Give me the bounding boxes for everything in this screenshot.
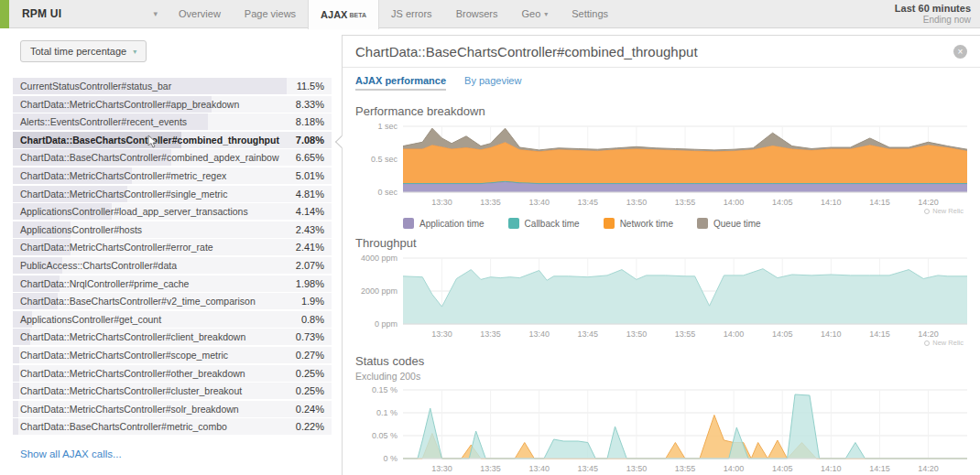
list-item-value: 6.65% [296, 152, 332, 163]
nav-tab-overview[interactable]: Overview [167, 0, 233, 27]
svg-text:13:40: 13:40 [528, 329, 550, 339]
chevron-down-icon: ▾ [133, 48, 136, 56]
list-item[interactable]: PublicAccess::ChartsController#data2.07% [13, 257, 332, 274]
close-icon[interactable]: × [953, 45, 967, 59]
ajax-call-list: CurrentStatusController#status_bar11.5%C… [13, 78, 332, 435]
new-relic-logo-icon [924, 209, 930, 214]
watermark-text: New Relic [932, 207, 964, 215]
nav-tab-ajax[interactable]: AJAXBETA [308, 0, 379, 29]
nav-tab-geo[interactable]: Geo▾ [509, 0, 560, 27]
legend-label: Network time [620, 219, 673, 229]
list-item[interactable]: ChartData::MetricChartsController#single… [13, 186, 332, 202]
svg-text:13:45: 13:45 [578, 198, 599, 207]
svg-text:13:45: 13:45 [578, 329, 599, 339]
list-item-value: 0.27% [296, 350, 332, 361]
svg-text:14:10: 14:10 [821, 198, 842, 207]
panel-header: ChartData::BaseChartsController#combined… [343, 36, 980, 68]
list-item-label: ChartData::MetricChartsController#single… [13, 189, 227, 200]
list-item[interactable]: ApplicationsController#load_app_server_t… [13, 203, 332, 220]
nav-tab-browsers[interactable]: Browsers [444, 0, 510, 27]
list-item[interactable]: ChartData::MetricChartsController#app_br… [13, 96, 332, 113]
list-item-value: 0.25% [296, 368, 332, 379]
list-item-label: Alerts::EventsController#recent_events [13, 116, 187, 127]
svg-text:13:30: 13:30 [431, 464, 452, 473]
top-nav: RPM UI ▾ OverviewPage viewsAJAXBETAJS er… [0, 0, 980, 28]
list-item-label: ApplicationsController#get_count [13, 314, 161, 325]
svg-text:4000 ppm: 4000 ppm [361, 254, 397, 263]
list-item-label: ChartData::BaseChartsController#metric_c… [13, 421, 227, 432]
chart-subtitle: Excluding 200s [355, 371, 975, 382]
list-item[interactable]: ChartData::MetricChartsController#other_… [13, 365, 332, 382]
list-item[interactable]: ChartData::MetricChartsController#error_… [13, 239, 332, 255]
list-item-value: 0.25% [296, 385, 332, 396]
panel-tabs: AJAX performanceBy pageview [343, 68, 980, 95]
svg-text:13:40: 13:40 [528, 198, 550, 207]
list-item-label: ChartData::MetricChartsController#scope_… [13, 350, 228, 361]
sort-dropdown[interactable]: Total time percentage ▾ [20, 40, 147, 62]
list-item[interactable]: ChartData::MetricChartsController#cluste… [13, 383, 332, 399]
list-item[interactable]: ChartData::MetricChartsController#solr_b… [13, 401, 332, 417]
list-item[interactable]: CurrentStatusController#status_bar11.5% [13, 78, 332, 94]
new-relic-watermark: New Relic [355, 340, 964, 347]
nav-tab-label: Geo [521, 8, 540, 19]
list-item-value: 2.07% [296, 260, 332, 271]
list-item[interactable]: Alerts::EventsController#recent_events8.… [13, 113, 332, 130]
list-item[interactable]: ChartData::BaseChartsController#combined… [13, 132, 332, 148]
legend-item: Callback time [508, 218, 580, 229]
list-item[interactable]: ChartData::MetricChartsController#client… [13, 329, 332, 345]
list-item[interactable]: ChartData::MetricChartsController#scope_… [13, 347, 332, 363]
list-item-value: 1.9% [301, 296, 332, 307]
nav-tab-label: Browsers [456, 8, 498, 19]
list-item[interactable]: ChartData::NrqlController#prime_cache1.9… [13, 275, 332, 292]
time-range-picker[interactable]: Last 60 minutes Ending now [895, 0, 980, 27]
time-range-primary: Last 60 minutes [895, 3, 971, 15]
svg-text:13:45: 13:45 [578, 464, 599, 473]
nav-tab-page-views[interactable]: Page views [233, 0, 308, 27]
list-item-label: ChartData::MetricChartsController#error_… [13, 242, 213, 253]
svg-text:13:50: 13:50 [626, 198, 648, 207]
nav-tabs: OverviewPage viewsAJAXBETAJS errorsBrows… [167, 0, 620, 27]
performance-breakdown-canvas[interactable]: 1 sec0.5 sec0 sec13:3013:3513:4013:4513:… [355, 121, 975, 208]
list-item[interactable]: ChartData::BaseChartsController#v2_time_… [13, 293, 332, 309]
chart-performance-breakdown: Performance breakdown1 sec0.5 sec0 sec13… [355, 104, 975, 229]
legend-item: Network time [604, 218, 673, 229]
list-item-value: 0.24% [296, 404, 332, 415]
nav-tab-js-errors[interactable]: JS errors [379, 0, 444, 27]
svg-text:1 sec: 1 sec [377, 122, 397, 131]
show-all-link[interactable]: Show all AJAX calls... [20, 448, 122, 459]
list-item-value: 5.01% [296, 170, 332, 181]
nav-tab-label: Page views [245, 8, 296, 19]
list-item-label: ChartData::NrqlController#prime_cache [13, 278, 189, 289]
nav-tab-label: JS errors [391, 8, 432, 19]
beta-badge: BETA [349, 12, 366, 18]
svg-text:13:50: 13:50 [626, 329, 648, 339]
list-item-value: 11.5% [297, 81, 332, 92]
list-item-value: 8.18% [296, 116, 332, 127]
svg-text:2000 ppm: 2000 ppm [361, 286, 397, 296]
panel-tab-ajax-performance[interactable]: AJAX performance [355, 75, 446, 91]
list-item-value: 7.08% [296, 135, 332, 146]
list-item-label: ChartData::BaseChartsController#combined… [13, 135, 279, 146]
svg-text:14:00: 14:00 [724, 329, 745, 339]
nav-tab-label: Settings [572, 8, 608, 19]
svg-text:14:10: 14:10 [821, 329, 842, 339]
list-item-value: 1.98% [296, 278, 332, 289]
list-item-label: ChartData::MetricChartsController#client… [13, 331, 245, 342]
status-codes-canvas[interactable]: 0.15 %0.1 %0.05 %0 %13:3013:3513:4013:45… [355, 384, 975, 474]
list-item[interactable]: ApplicationsController#hosts2.43% [13, 221, 332, 238]
list-item[interactable]: ChartData::MetricChartsController#metric… [13, 167, 332, 184]
list-item-label: ChartData::MetricChartsController#other_… [13, 368, 245, 379]
app-switcher[interactable]: RPM UI ▾ [9, 0, 167, 27]
nav-tab-settings[interactable]: Settings [560, 0, 620, 27]
list-item[interactable]: ApplicationsController#get_count0.8% [13, 311, 332, 328]
svg-text:13:50: 13:50 [626, 464, 648, 473]
svg-text:13:35: 13:35 [480, 329, 501, 339]
list-item[interactable]: ChartData::BaseChartsController#metric_c… [13, 418, 332, 435]
panel-tab-by-pageview[interactable]: By pageview [464, 75, 521, 91]
chart-status-codes: Status codesExcluding 200s0.15 %0.1 %0.0… [355, 354, 975, 475]
list-item[interactable]: ChartData::BaseChartsController#combined… [13, 149, 332, 166]
svg-text:14:15: 14:15 [869, 198, 890, 207]
list-item-label: ChartData::MetricChartsController#app_br… [13, 99, 239, 110]
throughput-canvas[interactable]: 4000 ppm2000 ppm0 ppm13:3013:3513:4013:4… [355, 253, 975, 340]
list-item-value: 4.81% [296, 189, 332, 200]
